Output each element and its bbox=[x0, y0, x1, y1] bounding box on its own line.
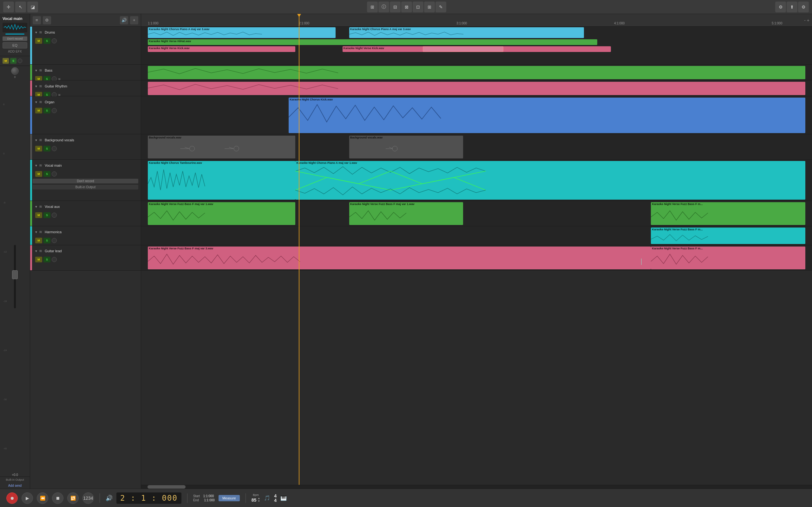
share-button[interactable]: ⬆ bbox=[786, 2, 798, 12]
loop-button[interactable]: 🔁 bbox=[67, 493, 79, 504]
drums-hihat-clip[interactable]: Karaoke Night Verse HiHat.wav bbox=[148, 39, 597, 45]
scrollbar-thumb[interactable] bbox=[148, 485, 186, 489]
zoom-in-icon[interactable]: + bbox=[807, 18, 809, 23]
svg-line-2 bbox=[185, 147, 189, 149]
vocal-main-rec-button[interactable] bbox=[52, 171, 57, 176]
organ-clip[interactable]: Karaoke Night Chorus Kick.wav bbox=[289, 98, 805, 133]
smart-tool-button[interactable]: ✛ bbox=[3, 2, 14, 12]
eq-button[interactable]: EQ bbox=[3, 42, 27, 49]
add-track-button[interactable]: + bbox=[130, 16, 138, 24]
track-header-organ: ▼ ≋ Organ M S bbox=[30, 96, 141, 134]
track-lane-guitar-rhythm[interactable] bbox=[141, 80, 812, 96]
mute-button[interactable]: M bbox=[3, 58, 9, 64]
drums-solo-button[interactable]: S bbox=[44, 38, 50, 44]
fader-thumb[interactable] bbox=[12, 270, 18, 279]
collapse-all-button[interactable]: ≡ bbox=[33, 16, 41, 24]
track-lane-organ[interactable]: Karaoke Night Chorus Kick.wav bbox=[141, 96, 812, 134]
record-button[interactable]: ⏺ bbox=[6, 493, 18, 504]
drums-mute-button[interactable]: M bbox=[35, 38, 42, 44]
organ-rec-button[interactable] bbox=[52, 108, 57, 113]
drums-track-controls: M S bbox=[30, 38, 141, 45]
drums-kick-clip-2[interactable]: Karaoke Night Verse Kick.wav bbox=[343, 46, 611, 52]
add-efx-button[interactable]: ADD EFX bbox=[3, 50, 27, 53]
bpm-up-button[interactable]: ▲ bbox=[258, 497, 260, 500]
settings-button[interactable]: ⚙ bbox=[798, 2, 809, 12]
pan-knob[interactable] bbox=[11, 67, 19, 75]
vocal-aux-solo-button[interactable]: S bbox=[44, 212, 50, 218]
organ-solo-button[interactable]: S bbox=[44, 108, 50, 113]
bpm-down-button[interactable]: ▼ bbox=[258, 500, 260, 503]
vocal-main-mute-button[interactable]: M bbox=[35, 171, 42, 177]
harmonica-clip[interactable]: Karaoke Night Verse Fuzz Bass F m... bbox=[651, 228, 805, 244]
organ-mute-button[interactable]: M bbox=[35, 108, 42, 113]
bg-vocals-solo-button[interactable]: S bbox=[44, 146, 50, 152]
vocal-main-clip-1[interactable]: Karaoke Night Chorus Tambourine.wav bbox=[148, 161, 295, 200]
guitar-lead-solo-button[interactable]: S bbox=[44, 257, 50, 262]
punch-button[interactable]: ⊠ bbox=[401, 2, 412, 12]
vocal-aux-clip-3[interactable]: Karaoke Night Verse Fuzz Bass F m... bbox=[651, 202, 805, 225]
guitar-lead-clip-1[interactable]: Karaoke Night Verse Fuzz Bass F maj var … bbox=[148, 246, 651, 269]
drums-clip-1[interactable]: Karaoke Night Chorus Piano A maj var 3.w… bbox=[148, 27, 336, 38]
vocal-aux-clip-1[interactable]: Karaoke Night Verse Fuzz Bass F maj var … bbox=[148, 202, 295, 225]
vocal-aux-clip-2[interactable]: Karaoke Night Verse Fuzz Bass F maj var … bbox=[349, 202, 463, 225]
trim-tool-button[interactable]: ◪ bbox=[27, 2, 38, 12]
pen-button[interactable]: ✎ bbox=[436, 2, 446, 12]
comp-button[interactable]: ⊞ bbox=[424, 2, 435, 12]
loop-button[interactable]: ⊟ bbox=[390, 2, 401, 12]
horizontal-scrollbar[interactable] bbox=[141, 485, 812, 489]
guitar-lead-clip-2[interactable]: Karaoke Night Verse Fuzz Bass F m... bbox=[651, 246, 805, 269]
track-lane-vocal-main[interactable]: Karaoke Night Chorus Tambourine.wav Kara… bbox=[141, 160, 812, 201]
bg-vocals-clip-1[interactable]: Background vocals.wav bbox=[148, 135, 295, 158]
rewind-button[interactable]: ⏪ bbox=[37, 493, 48, 504]
track-lane-harmonica[interactable]: Karaoke Night Verse Fuzz Bass F m... bbox=[141, 226, 812, 245]
midi-button[interactable]: 🎹 bbox=[281, 495, 287, 501]
bass-clip[interactable] bbox=[148, 66, 805, 79]
bg-vocals-clip-2[interactable]: Background vocals.wav bbox=[349, 135, 463, 158]
vocal-main-clip-2[interactable]: Karaoke Night Chorus Piano A maj var 1.w… bbox=[295, 161, 805, 200]
track-lane-background-vocals[interactable]: Background vocals.wav bbox=[141, 134, 812, 160]
zoom-out-icon[interactable]: - bbox=[804, 18, 806, 23]
add-send-button[interactable]: Add send bbox=[0, 483, 30, 489]
guitar-lead-clip-1-label: Karaoke Night Verse Fuzz Bass F maj var … bbox=[148, 246, 651, 250]
guitar-lead-mute-button[interactable]: M bbox=[35, 257, 42, 262]
vocal-aux-rec-button[interactable] bbox=[52, 213, 57, 218]
drums-kick-clip-1[interactable]: Karaoke Night Verse Kick.wav bbox=[148, 46, 295, 52]
play-button[interactable]: ▶ bbox=[21, 493, 33, 504]
solo-button[interactable]: S bbox=[10, 58, 16, 64]
clip-selection-handle[interactable] bbox=[641, 259, 642, 265]
midi-button[interactable]: ⊡ bbox=[413, 2, 423, 12]
drums-clip-2[interactable]: Karaoke Night Chorus Piano A maj var 3.w… bbox=[349, 27, 584, 38]
track-lane-guitar-lead[interactable]: Karaoke Night Verse Fuzz Bass F maj var … bbox=[141, 245, 812, 271]
time-signature: 4 4 bbox=[274, 494, 276, 503]
harmonica-rec-button[interactable] bbox=[52, 238, 57, 243]
tracks-scroll[interactable]: Karaoke Night Chorus Piano A maj var 3.w… bbox=[141, 26, 812, 485]
harmonica-solo-button[interactable]: S bbox=[44, 238, 50, 243]
guitar-rhythm-clip[interactable] bbox=[148, 82, 805, 95]
timeline-ruler[interactable]: 1:1:000 2:1:000 3:1:000 4:1:000 5:1:000 … bbox=[141, 14, 812, 26]
svg-point-0 bbox=[190, 146, 195, 151]
speaker-button[interactable]: 🔊 bbox=[120, 16, 128, 24]
tap-tempo-button[interactable]: 🎵 bbox=[264, 495, 270, 501]
cpu-button[interactable]: ⚙ bbox=[775, 2, 786, 12]
cursor-tool-button[interactable]: ↖ bbox=[15, 2, 26, 12]
volume-label: 0 bbox=[14, 75, 15, 78]
volume-mute-button[interactable]: 🔊 bbox=[106, 495, 113, 502]
grid-button[interactable]: ⊞ bbox=[367, 2, 378, 12]
record-arm-button[interactable] bbox=[18, 59, 22, 63]
track-lane-bass[interactable] bbox=[141, 65, 812, 80]
vocal-main-solo-button[interactable]: S bbox=[44, 171, 50, 177]
metronome-button[interactable]: 1234 bbox=[83, 493, 94, 504]
stop-button[interactable]: ⏹ bbox=[52, 493, 63, 504]
harmonica-mute-button[interactable]: M bbox=[35, 238, 42, 243]
track-lane-drums[interactable]: Karaoke Night Chorus Piano A maj var 3.w… bbox=[141, 26, 812, 65]
bg-vocals-rec-button[interactable] bbox=[52, 146, 57, 151]
measure-button[interactable]: Measure bbox=[218, 495, 240, 501]
track-lane-vocal-aux[interactable]: Karaoke Night Verse Fuzz Bass F maj var … bbox=[141, 201, 812, 226]
vocal-aux-clip-2-waveform bbox=[349, 206, 463, 224]
guitar-lead-rec-button[interactable] bbox=[52, 257, 57, 262]
info-button[interactable]: ⓘ bbox=[378, 2, 389, 12]
bg-vocals-mute-button[interactable]: M bbox=[35, 146, 42, 152]
vocal-aux-mute-button[interactable]: M bbox=[35, 212, 42, 218]
drums-rec-button[interactable] bbox=[52, 38, 57, 43]
track-settings-button[interactable]: ⚙ bbox=[43, 16, 51, 24]
